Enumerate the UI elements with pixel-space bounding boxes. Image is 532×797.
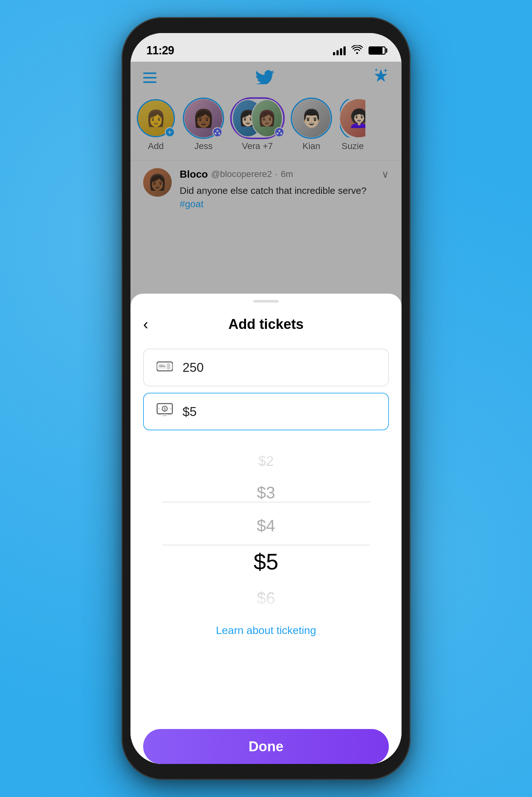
money-icon: $ bbox=[156, 403, 173, 420]
bottom-sheet: ‹ Add tickets 250 bbox=[131, 294, 401, 764]
done-button[interactable]: Done bbox=[143, 729, 389, 764]
picker-item-3[interactable]: $3 bbox=[131, 476, 401, 509]
price-input[interactable]: $ $5 bbox=[143, 393, 389, 430]
picker-item-5-selected[interactable]: $5 bbox=[131, 542, 401, 582]
sheet-handle bbox=[253, 300, 279, 303]
phone-screen: 11:29 bbox=[131, 33, 401, 764]
learn-ticketing-link[interactable]: Learn about ticketing bbox=[131, 624, 401, 636]
svg-point-14 bbox=[170, 408, 171, 410]
picker-item-4[interactable]: $4 bbox=[131, 509, 401, 542]
phone: 11:29 bbox=[121, 17, 411, 780]
signal-bar-2 bbox=[337, 50, 339, 55]
picker-divider-top bbox=[162, 502, 370, 503]
price-picker[interactable]: $2 $3 $4 $5 $6 $7 $8 bbox=[131, 437, 401, 611]
ticket-count-input[interactable]: 250 bbox=[143, 349, 389, 386]
signal-bar-1 bbox=[333, 52, 335, 55]
price-value: $5 bbox=[183, 404, 197, 419]
ticket-count-value: 250 bbox=[183, 360, 204, 375]
sheet-header: ‹ Add tickets bbox=[131, 303, 401, 342]
battery-fill bbox=[369, 47, 382, 54]
status-bar: 11:29 bbox=[131, 33, 401, 62]
signal-bar-4 bbox=[343, 47, 346, 55]
signal-bars-icon bbox=[333, 46, 346, 55]
battery-icon bbox=[368, 47, 386, 55]
wifi-icon bbox=[352, 45, 363, 57]
svg-text:$: $ bbox=[164, 407, 166, 411]
signal-bar-3 bbox=[340, 48, 342, 55]
picker-item-6[interactable]: $6 bbox=[131, 582, 401, 611]
sheet-title: Add tickets bbox=[228, 316, 303, 332]
picker-item-2[interactable]: $2 bbox=[131, 446, 401, 476]
svg-rect-9 bbox=[159, 364, 164, 365]
back-button[interactable]: ‹ bbox=[143, 315, 148, 333]
scroll-picker-items[interactable]: $2 $3 $4 $5 $6 $7 $8 bbox=[131, 446, 401, 611]
status-time: 11:29 bbox=[146, 44, 174, 57]
ticket-icon bbox=[156, 359, 173, 376]
picker-divider-bottom bbox=[162, 545, 370, 545]
svg-rect-8 bbox=[159, 366, 165, 367]
svg-point-13 bbox=[158, 408, 160, 410]
status-icons bbox=[333, 45, 386, 57]
